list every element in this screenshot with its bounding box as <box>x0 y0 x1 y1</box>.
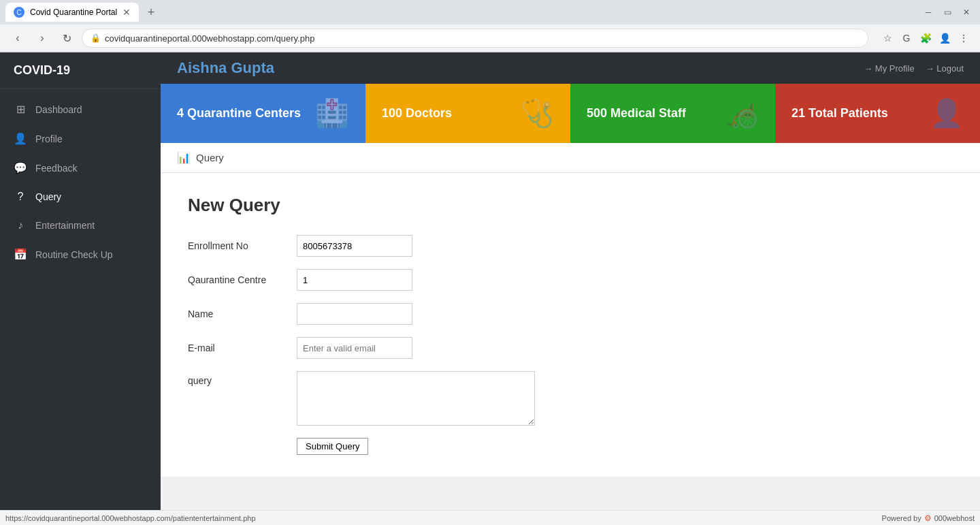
name-input[interactable] <box>297 303 412 325</box>
sidebar-item-label: Query <box>35 191 61 202</box>
stat-card-patients: 21 Total Patients 👤 <box>775 84 980 143</box>
quarantine-centre-input[interactable] <box>297 269 412 291</box>
doctors-icon: 🩺 <box>520 97 554 129</box>
maximize-button[interactable]: ▭ <box>939 4 956 20</box>
url-text: covidquarantineportal.000webhostapp.com/… <box>105 33 314 44</box>
forward-button[interactable]: › <box>33 29 52 48</box>
powered-text: Powered by <box>882 514 921 522</box>
header-links: → My Profile → Logout <box>864 63 964 74</box>
form-title: New Query <box>188 195 953 216</box>
sidebar-item-routine-checkup[interactable]: 📅 Routine Check Up <box>0 240 161 269</box>
address-bar: ‹ › ↻ 🔒 covidquarantineportal.000webhost… <box>0 25 980 52</box>
sidebar-item-label: Routine Check Up <box>35 249 113 260</box>
query-label: query <box>188 375 297 386</box>
tab-title: Covid Quarantine Portal <box>30 7 117 17</box>
enrollment-label: Enrollment No <box>188 240 297 251</box>
extensions-icon[interactable]: 🧩 <box>917 30 934 46</box>
quarantine-icon: 🏥 <box>315 97 349 129</box>
sidebar-nav: ⊞ Dashboard 👤 Profile 💬 Feedback ? Query… <box>0 89 161 504</box>
sidebar-item-label: Entertainment <box>35 220 95 231</box>
stat-doctors-label: 100 Doctors <box>382 106 452 121</box>
active-tab[interactable]: C Covid Quarantine Portal ✕ <box>5 3 139 22</box>
entertainment-icon: ♪ <box>14 219 27 232</box>
tab-bar: C Covid Quarantine Portal ✕ + ─ ▭ ✕ <box>0 0 980 25</box>
my-profile-link[interactable]: → My Profile <box>864 63 914 74</box>
sidebar-item-dashboard[interactable]: ⊞ Dashboard <box>0 95 161 124</box>
back-button[interactable]: ‹ <box>8 29 27 48</box>
quarantine-centre-label: Qaurantine Centre <box>188 274 297 285</box>
powered-by: Powered by ⚙ 000webhost <box>882 513 975 523</box>
query-row: query <box>188 371 953 426</box>
status-url: https://covidquarantineportal.000webhost… <box>5 514 256 522</box>
section-icon: 📊 <box>177 151 191 164</box>
logout-link[interactable]: → Logout <box>926 63 964 74</box>
sidebar-item-entertainment[interactable]: ♪ Entertainment <box>0 211 161 240</box>
window-controls: ─ ▭ ✕ <box>920 4 975 20</box>
minimize-button[interactable]: ─ <box>920 4 936 20</box>
section-header: 📊 Query <box>161 143 980 173</box>
menu-icon[interactable]: ⋮ <box>956 30 972 46</box>
top-header: Aishna Gupta → My Profile → Logout <box>161 52 980 84</box>
stat-patients-label: 21 Total Patients <box>791 106 888 121</box>
name-label: Name <box>188 308 297 319</box>
enrollment-input[interactable] <box>297 235 412 257</box>
name-row: Name <box>188 303 953 325</box>
submit-query-button[interactable]: Submit Query <box>297 438 368 455</box>
quarantine-centre-row: Qaurantine Centre <box>188 269 953 291</box>
lock-icon: 🔒 <box>91 33 101 43</box>
main-content: Aishna Gupta → My Profile → Logout 4 Qua… <box>161 52 980 525</box>
section-title: Query <box>196 152 224 163</box>
url-input[interactable]: 🔒 covidquarantineportal.000webhostapp.co… <box>82 29 868 48</box>
profile-avatar[interactable]: 👤 <box>936 30 953 46</box>
sidebar-brand: COVID-19 <box>0 52 161 89</box>
tab-close-button[interactable]: ✕ <box>122 7 131 18</box>
email-row: E-mail <box>188 337 953 359</box>
webhost-logo: ⚙ <box>924 513 932 523</box>
app-layout: COVID-19 ⊞ Dashboard 👤 Profile 💬 Feedbac… <box>0 52 980 525</box>
stats-row: 4 Quarantine Centers 🏥 100 Doctors 🩺 500… <box>161 84 980 143</box>
sidebar: COVID-19 ⊞ Dashboard 👤 Profile 💬 Feedbac… <box>0 52 161 525</box>
query-textarea[interactable] <box>297 371 535 426</box>
status-bar: https://covidquarantineportal.000webhost… <box>0 510 980 525</box>
calendar-icon: 📅 <box>14 248 27 261</box>
sidebar-item-query[interactable]: ? Query <box>0 182 161 211</box>
enrollment-row: Enrollment No <box>188 235 953 257</box>
address-icons: ☆ G 🧩 👤 ⋮ <box>879 30 972 46</box>
sidebar-item-feedback[interactable]: 💬 Feedback <box>0 153 161 182</box>
email-input[interactable] <box>297 337 412 359</box>
email-label: E-mail <box>188 343 297 353</box>
new-tab-button[interactable]: + <box>142 3 161 22</box>
sidebar-item-profile[interactable]: 👤 Profile <box>0 124 161 153</box>
sidebar-item-label: Dashboard <box>35 104 82 115</box>
stat-card-quarantine: 4 Quarantine Centers 🏥 <box>161 84 365 143</box>
reload-button[interactable]: ↻ <box>57 29 76 48</box>
bookmark-icon[interactable]: ☆ <box>879 30 896 46</box>
patients-icon: 👤 <box>930 97 964 129</box>
powered-brand: 000webhost <box>934 514 975 522</box>
stat-staff-label: 500 Medical Staff <box>587 106 686 121</box>
query-icon: ? <box>14 191 27 203</box>
tab-favicon: C <box>14 7 24 18</box>
feedback-icon: 💬 <box>14 161 27 174</box>
stat-card-staff: 500 Medical Staff 🦽 <box>570 84 775 143</box>
profile-icon: 👤 <box>14 132 27 145</box>
form-container: New Query Enrollment No Qaurantine Centr… <box>161 173 980 477</box>
sidebar-item-label: Profile <box>35 133 63 144</box>
dashboard-icon: ⊞ <box>14 103 27 116</box>
form-actions: Submit Query <box>188 438 953 455</box>
header-username: Aishna Gupta <box>177 59 274 77</box>
staff-icon: 🦽 <box>725 97 759 129</box>
stat-quarantine-label: 4 Quarantine Centers <box>177 106 301 121</box>
sidebar-item-label: Feedback <box>35 163 77 174</box>
close-button[interactable]: ✕ <box>958 4 975 20</box>
stat-card-doctors: 100 Doctors 🩺 <box>365 84 570 143</box>
account-icon[interactable]: G <box>898 30 915 46</box>
